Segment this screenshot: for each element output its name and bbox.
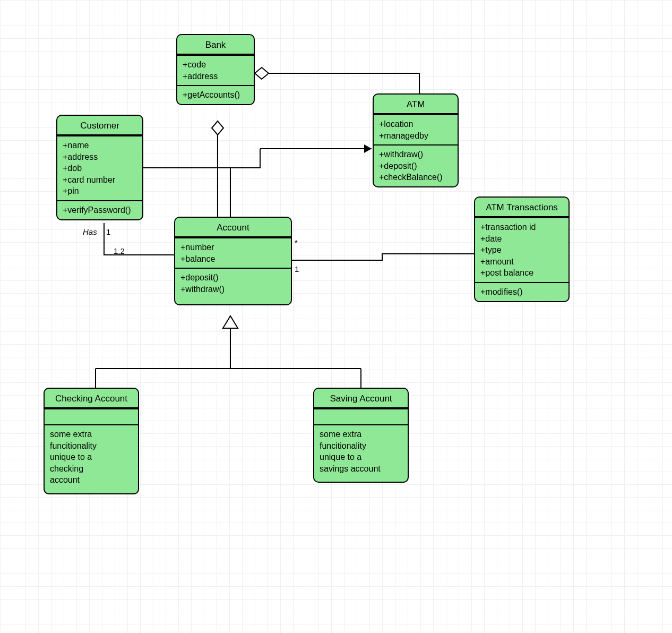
class-attrs (314, 408, 408, 424)
class-methods: +modifies() (475, 282, 568, 301)
class-methods: +verifyPassword() (57, 200, 142, 219)
label-one-b: 1 (295, 264, 299, 273)
class-title: ATM Transactions (475, 198, 568, 217)
class-attrs: +number+balance (175, 237, 291, 268)
class-methods: +deposit()+withdraw() (175, 268, 291, 304)
class-title: ATM (374, 95, 458, 114)
label-onetwo: 1,2 (114, 246, 125, 255)
class-title: Account (175, 218, 291, 237)
class-attrs: +location+managedby (374, 114, 458, 144)
class-atm[interactable]: ATM +location+managedby +withdraw()+depo… (373, 93, 459, 187)
label-star: * (295, 238, 298, 247)
class-atmtransactions[interactable]: ATM Transactions +transaction id+date+ty… (474, 196, 570, 302)
class-methods: +withdraw()+deposit()+checkBalance() (374, 144, 458, 186)
class-title: Checking Account (45, 389, 138, 408)
class-saving[interactable]: Saving Account some extrafuncitionalityu… (313, 388, 409, 483)
label-has: Has (83, 227, 97, 236)
class-attrs: +code+address (177, 55, 254, 85)
class-customer[interactable]: Customer +name+address+dob+card number+p… (56, 115, 143, 220)
class-title: Bank (177, 35, 254, 55)
class-attrs: +name+address+dob+card number+pin (57, 135, 142, 200)
class-attrs (45, 408, 138, 424)
class-title: Customer (57, 116, 142, 135)
class-methods: +getAccounts() (177, 85, 254, 104)
class-methods: some extrafuncitionalityunique to asavin… (314, 424, 408, 482)
class-methods: some extrafuncitionalityunique to acheck… (45, 424, 138, 493)
label-one: 1 (106, 227, 110, 236)
grid-background (0, 0, 672, 633)
class-checking[interactable]: Checking Account some extrafuncitionalit… (44, 388, 139, 494)
class-attrs: +transaction id+date+type+amount+post ba… (475, 217, 568, 282)
class-account[interactable]: Account +number+balance +deposit()+withd… (174, 217, 292, 305)
class-bank[interactable]: Bank +code+address +getAccounts() (176, 34, 255, 105)
class-title: Saving Account (314, 389, 408, 408)
